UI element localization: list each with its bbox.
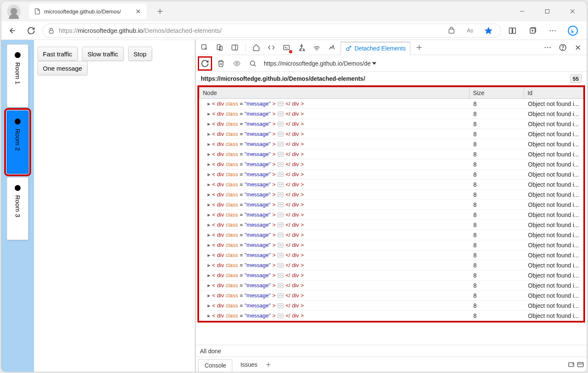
devtools-help-icon[interactable] [556,41,569,54]
more-tabs-button[interactable] [413,41,425,54]
id-cell: Object not found i... [525,282,583,289]
collections-icon[interactable] [525,24,540,38]
size-cell: 8 [470,171,525,178]
performance-tab-icon[interactable] [326,41,338,54]
table-row[interactable]: ▶<div class="message">⋯</div>8Object not… [199,200,583,210]
table-row[interactable]: ▶<div class="message">⋯</div>8Object not… [199,119,583,129]
console-tab-icon[interactable] [280,41,293,54]
url-input[interactable]: https://microsoftedge.github.io/Demos/de… [42,24,501,38]
svg-rect-5 [546,10,549,13]
detached-results[interactable]: https://microsoftedge.github.io/Demos/de… [196,72,587,345]
detached-elements-tab[interactable]: Detached Elements [341,42,410,55]
id-cell: Object not found i... [525,241,583,249]
refresh-button[interactable] [24,24,38,38]
table-row[interactable]: ▶<div class="message">⋯</div>8Object not… [199,129,583,139]
node-cell: ▶<div class="message">⋯</div> [199,100,470,107]
id-cell: Object not found i... [525,312,583,320]
inspect-element-icon[interactable] [198,41,211,54]
col-size[interactable]: Size [470,87,524,98]
sources-tab-icon[interactable] [295,41,308,54]
table-row[interactable]: ▶<div class="message">⋯</div>8Object not… [199,250,583,260]
room-tab-3[interactable]: Room 3 [7,177,29,240]
size-cell: 8 [470,211,525,219]
id-cell: Object not found i... [525,161,583,168]
source-dropdown[interactable]: https://microsoftedge.github.io/Demos/de [262,59,378,68]
device-emulation-icon[interactable] [213,41,226,54]
table-row[interactable]: ▶<div class="message">⋯</div>8Object not… [199,270,583,280]
table-row[interactable]: ▶<div class="message">⋯</div>8Object not… [199,159,583,169]
table-row[interactable]: ▶<div class="message">⋯</div>8Object not… [199,280,583,291]
size-cell: 8 [470,140,525,148]
drawer-issues-icon[interactable] [577,361,584,368]
window-maximize-button[interactable] [540,5,555,18]
room-tab-1[interactable]: Room 1 [7,44,29,107]
read-aloud-icon[interactable]: A)) [463,24,477,38]
window-minimize-button[interactable] [514,5,530,18]
stop-button[interactable]: Stop [128,47,152,61]
devtools-more-icon[interactable] [541,41,554,54]
drawer-expand-icon[interactable] [567,361,575,368]
browser-tab[interactable]: microsoftedge.github.io/Demos/ [29,4,147,19]
id-cell: Object not found i... [525,151,583,158]
group-url: https://microsoftedge.github.io/Demos/de… [201,75,365,82]
elements-tab-icon[interactable] [265,41,278,54]
one-message-button[interactable]: One message [37,61,87,75]
table-row[interactable]: ▶<div class="message">⋯</div>8Object not… [199,190,583,200]
search-icon[interactable] [246,57,260,70]
table-row[interactable]: ▶<div class="message">⋯</div>8Object not… [199,139,583,149]
node-cell: ▶<div class="message">⋯</div> [199,231,470,238]
shopping-icon[interactable] [444,24,459,38]
split-screen-icon[interactable] [505,24,520,38]
id-cell: Object not found i... [525,262,583,269]
node-cell: ▶<div class="message">⋯</div> [199,151,470,158]
new-tab-button[interactable] [153,5,167,18]
clear-button[interactable] [214,57,228,70]
table-row[interactable]: ▶<div class="message">⋯</div>8Object not… [199,180,583,190]
svg-point-35 [562,49,563,49]
analyze-button[interactable] [198,57,212,70]
bing-chat-icon[interactable] [566,24,580,38]
col-id[interactable]: Id [524,87,583,98]
network-tab-icon[interactable] [310,41,323,54]
dock-side-icon[interactable] [228,41,241,54]
table-row[interactable]: ▶<div class="message">⋯</div>8Object not… [199,311,583,321]
table-row[interactable]: ▶<div class="message">⋯</div>8Object not… [199,291,583,301]
table-row[interactable]: ▶<div class="message">⋯</div>8Object not… [199,260,583,270]
window-close-button[interactable] [565,5,580,18]
id-cell: Object not found i... [525,231,583,239]
node-cell: ▶<div class="message">⋯</div> [199,161,470,168]
node-cell: ▶<div class="message">⋯</div> [199,241,470,249]
slow-traffic-button[interactable]: Slow traffic [82,47,123,61]
col-node[interactable]: Node [200,87,470,98]
back-button[interactable] [5,24,20,38]
size-cell: 8 [470,272,525,279]
tab-close-button[interactable] [135,8,142,15]
issues-drawer-tab[interactable]: Issues [234,358,263,371]
eye-icon[interactable] [230,57,244,70]
favorite-icon[interactable] [481,24,496,38]
svg-point-17 [550,30,551,31]
table-row[interactable]: ▶<div class="message">⋯</div>8Object not… [199,220,583,230]
svg-rect-10 [449,29,454,33]
welcome-tab-icon[interactable] [250,41,262,54]
svg-rect-24 [232,45,238,50]
profile-avatar[interactable] [7,5,21,18]
table-row[interactable]: ▶<div class="message">⋯</div>8Object not… [199,99,583,109]
room-tab-2[interactable]: Room 2 [7,111,29,174]
table-row[interactable]: ▶<div class="message">⋯</div>8Object not… [199,240,583,250]
site-info-icon[interactable] [48,27,55,34]
size-cell: 8 [470,221,525,229]
id-cell: Object not found i... [525,100,583,108]
table-row[interactable]: ▶<div class="message">⋯</div>8Object not… [199,210,583,220]
node-cell: ▶<div class="message">⋯</div> [199,221,470,228]
table-row[interactable]: ▶<div class="message">⋯</div>8Object not… [199,109,583,119]
drawer-add-tab-button[interactable] [265,362,271,368]
fast-traffic-button[interactable]: Fast traffic [37,47,78,61]
table-row[interactable]: ▶<div class="message">⋯</div>8Object not… [199,230,583,240]
devtools-close-icon[interactable] [572,41,584,54]
table-row[interactable]: ▶<div class="message">⋯</div>8Object not… [199,149,583,159]
console-drawer-tab[interactable]: Console [198,359,232,372]
table-row[interactable]: ▶<div class="message">⋯</div>8Object not… [199,301,583,311]
table-row[interactable]: ▶<div class="message">⋯</div>8Object not… [199,169,583,180]
more-icon[interactable] [546,24,560,38]
